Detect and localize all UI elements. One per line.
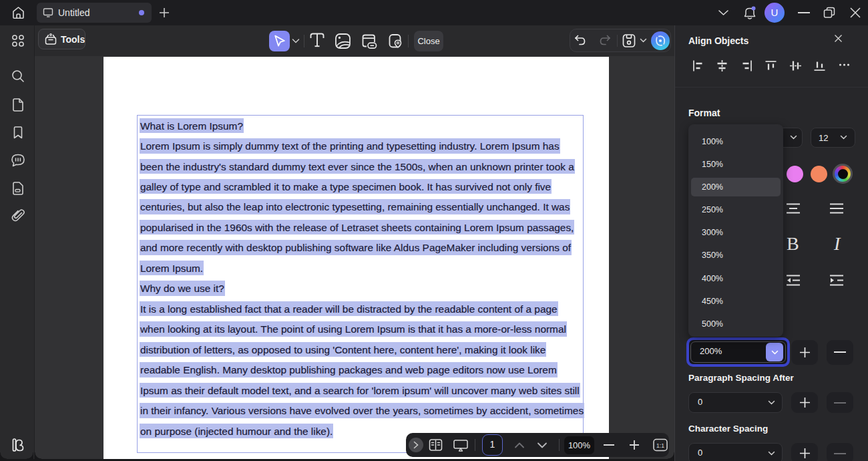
svg-text:1:1: 1:1 [656, 442, 664, 449]
